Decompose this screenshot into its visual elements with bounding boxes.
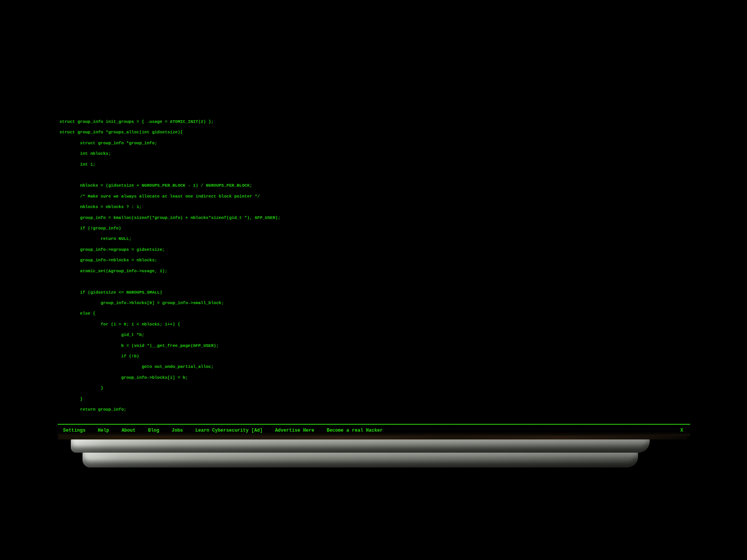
menu-item-settings[interactable]: Settings — [63, 428, 86, 433]
menu: SettingsHelpAboutBlogJobsLearn Cybersecu… — [63, 428, 383, 433]
menu-item-advertise-here[interactable]: Advertise Here — [275, 428, 314, 433]
menu-item-about[interactable]: About — [121, 428, 135, 433]
menu-item-learn-cybersecurity-ad[interactable]: Learn Cybersecurity [Ad] — [195, 428, 263, 433]
menu-bar: SettingsHelpAboutBlogJobsLearn Cybersecu… — [58, 424, 690, 436]
menu-item-help[interactable]: Help — [98, 428, 109, 433]
background-photo-strip — [58, 436, 687, 439]
menu-item-jobs[interactable]: Jobs — [172, 428, 183, 433]
hacker-typer-page: struct group_info init_groups = { .usage… — [0, 0, 747, 560]
menu-item-blog[interactable]: Blog — [148, 428, 159, 433]
menu-item-become-a-real-hacker[interactable]: Become a real Hacker — [327, 428, 383, 433]
close-button[interactable]: X — [680, 428, 685, 433]
monitor-base-top — [71, 439, 650, 453]
code-console[interactable]: struct group_info init_groups = { .usage… — [60, 117, 281, 415]
monitor-base-bottom — [82, 453, 638, 467]
